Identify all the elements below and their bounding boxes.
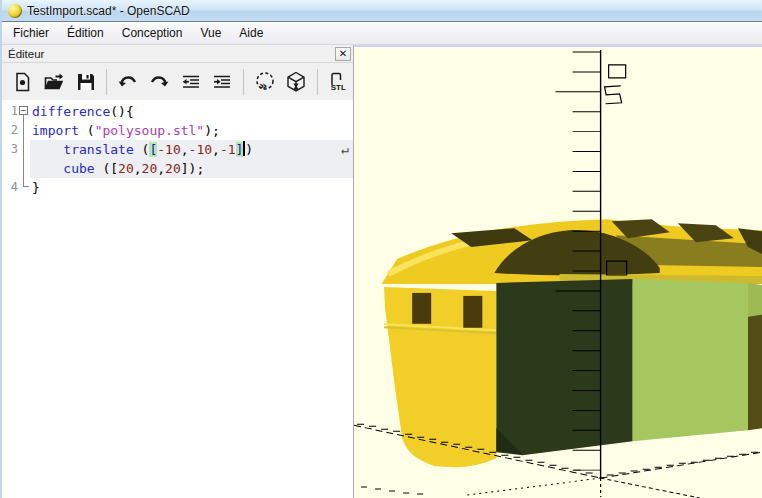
model-right-top-strip xyxy=(748,283,762,318)
indent-button[interactable] xyxy=(207,67,236,97)
fold-rail xyxy=(23,115,24,186)
model-polysoup-difference xyxy=(382,219,762,467)
y-axis-negative xyxy=(467,478,600,495)
line-number: 2 xyxy=(2,121,18,140)
line-number: 4 xyxy=(2,178,18,197)
editor-panel-title: Éditeur xyxy=(8,48,44,60)
code-line-3: 3 translate ([-10,-10,-1]) ↵ xyxy=(2,140,353,159)
export-stl-button[interactable]: STL xyxy=(324,67,353,97)
openscad-window: TestImport.scad* - OpenSCAD Fichier Édit… xyxy=(0,0,762,498)
x-axis-negative xyxy=(601,478,700,498)
menu-view[interactable]: Vue xyxy=(191,23,230,43)
menu-design[interactable]: Conception xyxy=(113,23,192,43)
title-bar[interactable]: TestImport.scad* - OpenSCAD xyxy=(2,0,762,22)
window-title: TestImport.scad* - OpenSCAD xyxy=(27,4,190,18)
toolbar-separator xyxy=(317,69,318,95)
toolbar-separator xyxy=(243,69,244,95)
model-window-hole-2 xyxy=(463,296,482,328)
preview-button[interactable]: » xyxy=(250,67,279,97)
render-button[interactable] xyxy=(281,67,310,97)
unindent-button[interactable] xyxy=(176,67,205,97)
line-number: 1 xyxy=(2,102,18,121)
cut-face-dark-green xyxy=(496,279,632,455)
new-file-icon xyxy=(12,71,34,93)
undo-button[interactable] xyxy=(113,67,142,97)
menu-edit[interactable]: Édition xyxy=(58,23,113,43)
negative-axis-hatches xyxy=(361,487,423,494)
preview-icon: » xyxy=(253,70,277,94)
redo-icon xyxy=(148,71,170,93)
openscad-logo-icon xyxy=(8,4,22,18)
cut-face-light-green xyxy=(633,279,748,441)
model-right-edge-strip xyxy=(748,315,762,430)
close-icon: ✕ xyxy=(339,49,347,59)
fold-rail-end xyxy=(23,186,29,187)
code-line-2: 2 import ("polysoup.stl"); xyxy=(2,121,353,140)
new-file-button[interactable] xyxy=(8,67,37,97)
viewport-3d[interactable] xyxy=(354,45,762,498)
z-axis-label-50-zero xyxy=(609,65,626,78)
code-editor[interactable]: − 1 difference(){ 2 import ("polysoup.st… xyxy=(2,100,353,498)
open-file-button[interactable] xyxy=(39,67,68,97)
indent-icon xyxy=(211,71,233,93)
menu-bar: Fichier Édition Conception Vue Aide xyxy=(2,22,762,45)
z-axis-label-50-five xyxy=(605,86,622,104)
line-number: 3 xyxy=(2,140,18,159)
model-window-hole-1 xyxy=(412,293,431,324)
redo-button[interactable] xyxy=(145,67,174,97)
editor-panel-header[interactable]: Éditeur ✕ xyxy=(2,45,353,63)
save-button[interactable] xyxy=(71,67,100,97)
svg-text:»: » xyxy=(259,78,267,93)
toolbar-separator xyxy=(106,69,107,95)
line-number xyxy=(2,159,18,178)
code-line-4: 4 } xyxy=(2,178,353,197)
render-canvas xyxy=(354,47,762,498)
undo-icon xyxy=(117,71,139,93)
editor-close-button[interactable]: ✕ xyxy=(335,47,351,61)
y-axis xyxy=(601,452,762,478)
editor-toolbar: » STL xyxy=(2,63,353,100)
code-line-3-wrapped: cube ([20,20,20]); xyxy=(2,159,353,178)
open-file-icon xyxy=(43,71,65,93)
menu-file[interactable]: Fichier xyxy=(4,23,58,43)
code-line-1: 1 difference(){ xyxy=(2,102,353,121)
menu-help[interactable]: Aide xyxy=(230,23,272,43)
fold-marker[interactable]: − xyxy=(19,106,28,115)
line-wrap-icon: ↵ xyxy=(341,140,349,159)
y-axis-hatches xyxy=(607,452,758,475)
render-icon xyxy=(284,70,308,94)
editor-panel: Éditeur ✕ xyxy=(2,45,354,498)
save-icon xyxy=(75,71,97,93)
export-stl-label: STL xyxy=(331,84,346,92)
unindent-icon xyxy=(180,71,202,93)
